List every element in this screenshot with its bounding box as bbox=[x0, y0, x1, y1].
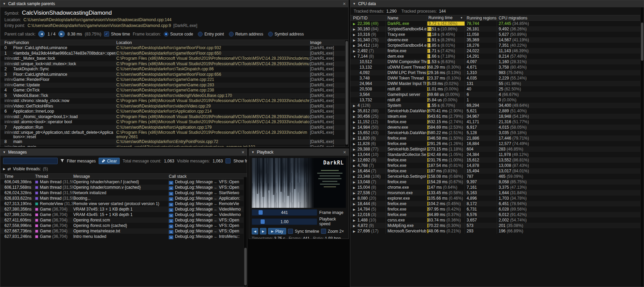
callstack-scrollbar[interactable] bbox=[345, 40, 348, 147]
column-header-image[interactable]: Image bbox=[310, 40, 348, 45]
zoom-2x-checkbox[interactable] bbox=[321, 229, 326, 234]
message-row[interactable]: 627,558,996ns Game (36,704) Opening /for… bbox=[0, 223, 247, 228]
close-icon[interactable]: ✕ bbox=[241, 150, 245, 155]
frame-function[interactable]: Game::RenderFloor bbox=[13, 77, 116, 83]
cpu-process-row[interactable]: ▶29,388 (77) ServiceHub.SettingsHost 273… bbox=[350, 146, 644, 152]
sync-timeline-checkbox[interactable] bbox=[288, 229, 293, 234]
collapse-icon[interactable]: ▼ bbox=[3, 2, 6, 5]
column-header-cpu-migrations[interactable]: CPU migrations bbox=[497, 15, 644, 20]
frame-location[interactable]: C:\Program Files (x86)\Microsoft Visual … bbox=[116, 130, 310, 139]
callstack-list-icon[interactable]: ≡ bbox=[169, 203, 173, 206]
scrollbar-thumb[interactable] bbox=[346, 41, 348, 145]
callstack-list-icon[interactable]: ≡ bbox=[169, 181, 173, 185]
scrollbar-thumb[interactable] bbox=[641, 23, 643, 61]
frame-location[interactable]: C:\Program Files (x86)\Microsoft Visual … bbox=[116, 56, 310, 61]
playback-titlebar[interactable]: ▼ Playback ✕ bbox=[249, 149, 349, 156]
message-callstack[interactable]: ≡DebugLog::Message←VFS::Open bbox=[169, 185, 247, 190]
expand-icon[interactable]: ▶ bbox=[353, 27, 357, 32]
cpu-process-row[interactable]: ▶1,488 (10) csrss.exe 83.74 ms (0.36%) 3… bbox=[350, 217, 644, 223]
frame-slider[interactable]: 441 bbox=[252, 209, 317, 216]
prev-parent-button[interactable]: ◀ bbox=[38, 31, 45, 37]
frame-location-radio[interactable]: Return address bbox=[229, 32, 263, 37]
cpu-process-row[interactable]: ▶15,004 (8) chrome.exe 147 ms (0.64%) 7,… bbox=[350, 185, 644, 190]
cpu-process-row[interactable]: ▶30,456 (25) steam.exe 643.61 ms (2.79%)… bbox=[350, 114, 644, 119]
column-header-function[interactable]: Function bbox=[13, 40, 116, 45]
frame-function[interactable]: <lambda_84a19dc444fae966ca174e83e708bdca… bbox=[13, 51, 116, 56]
radio-circle[interactable] bbox=[164, 32, 169, 37]
callstack-frame-row[interactable]: 6 Application::InnerLoop C:\Users\wolf\D… bbox=[0, 109, 348, 114]
cpu-process-row[interactable]: ▶18,444 (6) firefox.exe 104.2 ms (0.45%)… bbox=[350, 201, 644, 206]
cpu-process-row[interactable]: ▶27,536 (7) msvsmon.exe 133.45 ms (0.58%… bbox=[350, 190, 644, 196]
expand-icon[interactable]: ▶ bbox=[353, 21, 357, 26]
expand-icon[interactable]: ▶ bbox=[353, 109, 357, 114]
cpu-process-row[interactable]: 10,512 DWM Compositor Thread 1.53 s (6.6… bbox=[350, 59, 644, 64]
radio-circle[interactable] bbox=[229, 32, 234, 37]
column-header-running-time[interactable]: Running time ▼ bbox=[427, 15, 465, 20]
expand-icon[interactable]: ▶ bbox=[353, 163, 357, 168]
message-row[interactable]: 627,380,356ns Game (36,704) VRAM 37x45: … bbox=[0, 206, 247, 212]
prev-frame-button[interactable]: ◀ bbox=[252, 228, 258, 234]
frame-location[interactable]: C:\Program Files (x86)\Microsoft Visual … bbox=[116, 114, 310, 120]
cpu-process-row[interactable]: ▶14,984 (50) devenv.exe 584.69 ms (2.53%… bbox=[350, 125, 644, 130]
frame-location[interactable]: C:\Users\wolf\Desktop\darkrl\src\game\Ga… bbox=[116, 83, 310, 88]
callstack-list-icon[interactable]: ≡ bbox=[169, 192, 173, 196]
message-row[interactable]: 606,049,398ns Main thread (31,596) Openi… bbox=[0, 179, 247, 185]
expand-icon[interactable]: ▶ bbox=[353, 152, 357, 157]
callstack-frame-row[interactable]: 7 Application::Run C:\Users\wolf\Desktop… bbox=[0, 125, 348, 130]
cpu-process-row[interactable]: 13,132 uDWM Event Thread 68.29 ms (0.30%… bbox=[350, 64, 644, 70]
frame-function[interactable]: std::_Mutex_base::lock bbox=[13, 56, 116, 61]
message-row[interactable]: 626,024,328ns Main thread (31,596) Netwo… bbox=[0, 190, 247, 196]
message-callstack[interactable]: ≡DebugLog::Message←StartNetwo bbox=[169, 190, 247, 196]
expand-icon[interactable]: ▶ bbox=[353, 147, 357, 152]
cpu-process-row[interactable]: ▶8,080 (20) explorer.exe 105.66 ms (0.46… bbox=[350, 196, 644, 201]
cpu-process-row[interactable]: ▶30,160 (84) ScriptedSandbox64.exe 2.51 … bbox=[350, 26, 644, 32]
checkbox-box[interactable]: ✓ bbox=[104, 31, 109, 37]
cpu-process-row[interactable]: ▶13,044 (10) StandardCollector.Servic 24… bbox=[350, 152, 644, 157]
expand-icon[interactable]: ▶ bbox=[353, 125, 357, 130]
frame-location[interactable]: C:\Users\wolf\Desktop\darkrl\src\game\fl… bbox=[116, 45, 310, 51]
callstack-frame-row[interactable]: 5 VideoGLBase::Tick C:\Users\wolf\Deskto… bbox=[0, 93, 348, 99]
callstack-frame-row[interactable]: 8 main C:\Users\wolf\Desktop\darkrl\src\… bbox=[0, 139, 348, 145]
expand-icon[interactable]: ▶ bbox=[353, 169, 357, 174]
expand-icon[interactable]: ▶ bbox=[353, 190, 357, 196]
callstack-frame-row[interactable]: 0 Floor::CalcLightNoLuminance C:\Users\w… bbox=[0, 45, 348, 51]
frame-function[interactable]: Floor::CalcLightNoLuminance bbox=[13, 45, 116, 51]
callstack-frame-row[interactable]: 1 <lambda_84a19dc444fae966ca174e83e708bd… bbox=[0, 51, 348, 56]
frame-location[interactable]: C:\Users\wolf\Desktop\darkrl\src\EntryPo… bbox=[116, 139, 310, 145]
message-callstack[interactable]: ≡DebugLog::Message←VideoMemo bbox=[169, 206, 247, 212]
show-time-checkbox[interactable]: ✓ Show time bbox=[104, 31, 130, 37]
message-callstack[interactable]: ≡DebugLog::Message←Application: bbox=[169, 196, 247, 201]
expand-icon[interactable]: ▶ bbox=[353, 103, 357, 108]
message-callstack[interactable]: ≡DebugLog::Message←VFS::Open bbox=[169, 217, 247, 223]
expand-icon[interactable]: ▶ bbox=[353, 158, 357, 163]
cpu-process-row[interactable]: ▶4,872 (9) MsMpEng.exe 70.22 ms (0.30%) … bbox=[350, 223, 644, 228]
expand-icon[interactable]: ▶ bbox=[353, 185, 357, 190]
frame-location[interactable]: d:\agent\_work\63\s\src\vctools\crt\vcst… bbox=[116, 145, 310, 147]
frame-function[interactable]: Game::OnTick bbox=[13, 88, 116, 93]
expand-icon[interactable]: ▶ bbox=[353, 136, 357, 141]
frame-location[interactable]: C:\Program Files (x86)\Microsoft Visual … bbox=[116, 98, 310, 104]
radio-circle[interactable] bbox=[268, 32, 273, 37]
frame-function[interactable]: TaskDispatch::Sync bbox=[13, 67, 116, 72]
frame-function[interactable]: Game::Update bbox=[13, 83, 116, 88]
expand-icon[interactable]: ▶ bbox=[3, 167, 5, 171]
cpu-process-row[interactable]: ▶4,768 (7) firefox.exe 187.54 ms (0.81%)… bbox=[350, 163, 644, 168]
callstack-frame-row[interactable]: inline Game::Update C:\Users\wolf\Deskto… bbox=[0, 83, 348, 88]
callstack-list-icon[interactable]: ≡ bbox=[169, 230, 173, 234]
cpu-process-row[interactable]: 24,964 DWM Master Input Thread 5.03 ms (… bbox=[350, 81, 644, 86]
frame-location[interactable]: C:\Users\wolf\Desktop\darkrl\src\Applica… bbox=[116, 109, 310, 114]
callstack-frame-row[interactable]: inline std::chrono::steady_clock::now C:… bbox=[0, 98, 348, 104]
expand-icon[interactable]: ▶ bbox=[353, 32, 357, 37]
clear-button[interactable]: Clear bbox=[99, 158, 120, 164]
cpu-process-row[interactable]: ▶27,696 (17) Microsoft.ServiceHub.Co 48.… bbox=[350, 228, 644, 234]
column-header-running-regions[interactable]: Running regions bbox=[465, 15, 497, 20]
callstack-frame-row[interactable]: 2 TaskDispatch::Sync C:\Users\wolf\Deskt… bbox=[0, 67, 348, 72]
cpu-process-row[interactable]: ▶15,652 (43) ServiceHub.DataWarehou 580.… bbox=[350, 130, 644, 135]
frame-location[interactable]: C:\Users\wolf\Desktop\darkrl\src\game\fl… bbox=[116, 72, 310, 77]
expand-icon[interactable]: ▶ bbox=[353, 212, 357, 217]
cpu-process-row[interactable]: ▶12,016 (3) firefox.exe 84.89 ms (0.37%)… bbox=[350, 212, 644, 217]
cpu-scrollbar[interactable] bbox=[640, 8, 644, 287]
frame-location[interactable]: C:\Users\wolf\Desktop\darkrl\src\game\fl… bbox=[116, 51, 310, 56]
frame-location[interactable]: C:\Program Files (x86)\Microsoft Visual … bbox=[116, 61, 310, 67]
frame-function[interactable]: Application::Run bbox=[13, 125, 116, 130]
